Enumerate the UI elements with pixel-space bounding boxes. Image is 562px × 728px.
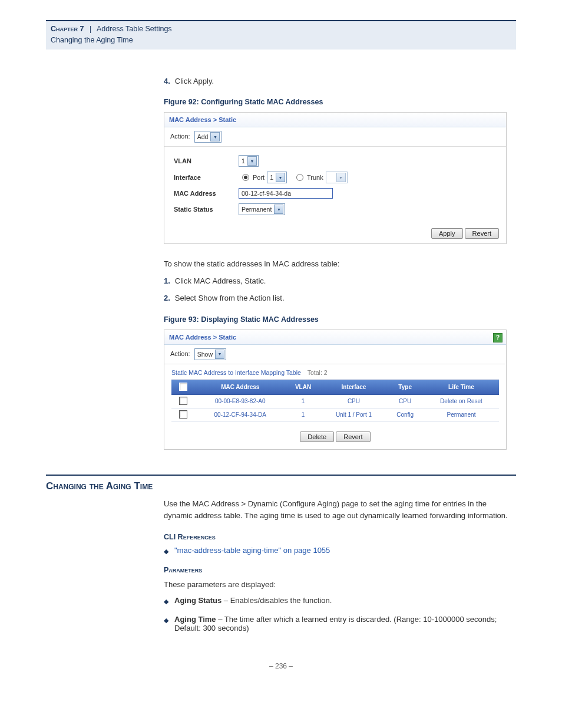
row-checkbox[interactable] [179,397,187,405]
action-select[interactable]: Add ▼ [194,131,222,143]
chevron-down-icon: ▼ [247,156,257,166]
col-type: Type [386,380,424,394]
cli-references-heading: CLI References [164,533,516,541]
intro-show-text: To show the static addresses in MAC addr… [164,258,516,271]
action-label: Action: [170,133,190,140]
chevron-down-icon: ▼ [274,205,283,214]
chevron-down-icon: ▼ [215,350,224,359]
status-label: Static Status [174,206,239,213]
param-aging-time-label: Aging Time [174,615,216,624]
trunk-select[interactable]: ▼ [326,172,348,183]
chevron-down-icon: ▼ [210,132,220,141]
help-icon[interactable]: ? [493,333,503,342]
mac-label: MAC Address [174,190,239,197]
mac-input[interactable]: 00-12-cf-94-34-da [239,188,333,199]
section-subtitle: Changing the Aging Time [51,36,133,44]
step-number: 4. [164,77,170,85]
trunk-label: Trunk [307,174,323,181]
vlan-select[interactable]: 1 ▼ [239,155,259,167]
revert-button[interactable]: Revert [465,228,499,239]
figure-93-caption: Figure 93: Displaying Static MAC Address… [164,315,516,324]
bullet-icon: ◆ [164,548,168,555]
figure-92-panel: MAC Address > Static Action: Add ▼ VLAN … [164,112,507,244]
row-checkbox[interactable] [179,410,187,419]
action-select[interactable]: Show ▼ [194,348,226,360]
table-caption: Static MAC Address to Interface Mapping … [171,369,301,376]
bullet-icon: ◆ [164,598,168,605]
col-interface: Interface [321,380,387,394]
vlan-label: VLAN [174,157,239,164]
page-number: – 236 – [46,662,516,670]
apply-button[interactable]: Apply [431,228,463,239]
trunk-radio[interactable] [296,174,303,181]
step-2: 2.Select Show from the Action list. [164,292,516,305]
mac-table: MAC Address VLAN Interface Type Life Tim… [171,380,499,422]
parameters-intro: These parameters are displayed: [164,579,516,591]
interface-label: Interface [174,174,239,181]
figure-92-caption: Figure 92: Configuring Static MAC Addres… [164,98,516,106]
step-number: 2. [164,294,170,302]
param-aging-status-label: Aging Status [174,596,222,605]
figure-93-panel: MAC Address > Static ? Action: Show ▼ St… [164,330,507,450]
section-heading: Changing the Aging Time [46,475,516,492]
col-lifetime: Life Time [424,380,499,394]
panel-title: MAC Address > Static [169,334,236,341]
step-number: 1. [164,276,170,285]
action-label: Action: [170,350,190,357]
table-row: 00-00-E8-93-82-A0 1 CPU CPU Delete on Re… [171,394,499,408]
step-1: 1.Click MAC Address, Static. [164,275,516,288]
page-header: Chapter 7 | Address Table Settings Chang… [46,20,516,50]
port-radio[interactable] [242,174,249,181]
chapter-label: Chapter 7 [51,25,84,33]
table-total: Total: 2 [308,369,328,376]
delete-button[interactable]: Delete [300,431,334,442]
cli-reference-link[interactable]: "mac-address-table aging-time" on page 1… [174,546,330,555]
table-row: 00-12-CF-94-34-DA 1 Unit 1 / Port 1 Conf… [171,408,499,421]
bullet-icon: ◆ [164,617,168,624]
step-4: 4.Click Apply. [164,75,516,88]
select-all-checkbox[interactable] [179,383,187,391]
port-select[interactable]: 1 ▼ [267,172,287,183]
chevron-down-icon: ▼ [336,173,346,182]
col-mac: MAC Address [195,380,286,394]
status-select[interactable]: Permanent ▼ [239,203,285,215]
section-intro: Use the MAC Address > Dynamic (Configure… [164,498,516,523]
parameters-heading: Parameters [164,566,516,574]
revert-button[interactable]: Revert [336,431,370,442]
chevron-down-icon: ▼ [276,173,285,182]
port-label: Port [253,174,265,181]
col-vlan: VLAN [286,380,321,394]
panel-title: MAC Address > Static [164,113,506,127]
chapter-title: Address Table Settings [97,25,172,33]
